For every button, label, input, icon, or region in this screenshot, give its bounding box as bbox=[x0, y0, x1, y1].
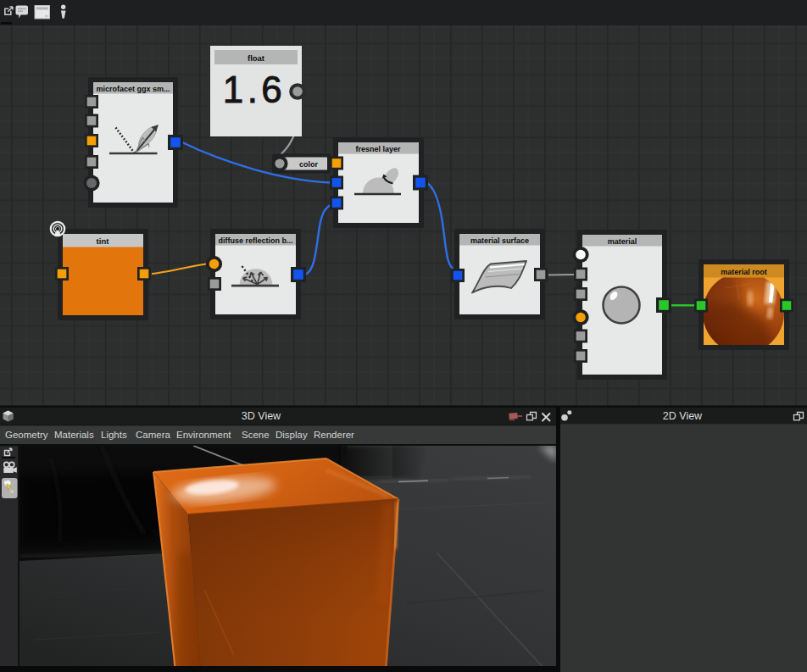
svg-text:Renderer: Renderer bbox=[314, 430, 354, 440]
svg-text:Materials: Materials bbox=[54, 430, 94, 440]
svg-text:fresnel layer: fresnel layer bbox=[355, 145, 401, 153]
svg-text:Scene: Scene bbox=[242, 430, 270, 440]
svg-text:material surface: material surface bbox=[470, 236, 529, 245]
svg-text:tint: tint bbox=[97, 236, 110, 246]
svg-text:3D View: 3D View bbox=[242, 410, 281, 422]
svg-text:float: float bbox=[248, 53, 265, 63]
svg-text:color: color bbox=[299, 160, 319, 169]
svg-text:2D View: 2D View bbox=[663, 410, 703, 422]
svg-text:Lights: Lights bbox=[101, 430, 127, 440]
svg-text:material root: material root bbox=[721, 268, 767, 276]
svg-text:diffuse reflection b...: diffuse reflection b... bbox=[218, 236, 292, 245]
svg-text:Display: Display bbox=[275, 430, 308, 440]
svg-text:microfacet ggx sm...: microfacet ggx sm... bbox=[96, 85, 170, 93]
svg-text:material: material bbox=[608, 237, 637, 246]
svg-text:Environment: Environment bbox=[176, 430, 231, 440]
svg-text:Geometry: Geometry bbox=[5, 430, 48, 440]
svg-text:Camera: Camera bbox=[136, 430, 171, 440]
svg-text:1.6: 1.6 bbox=[223, 69, 287, 110]
